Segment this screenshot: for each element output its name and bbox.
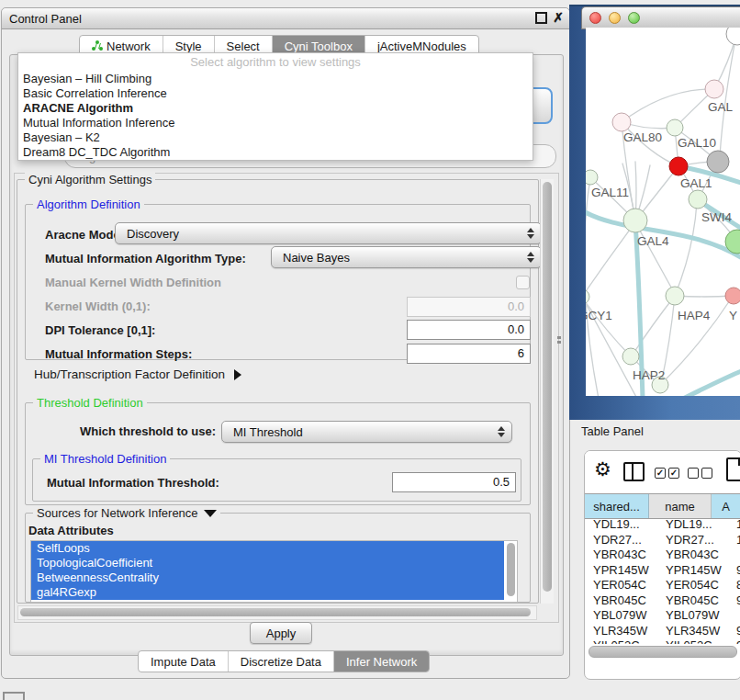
table-row[interactable]: YDL19...YDL19...13	[585, 517, 740, 533]
which-threshold-combobox[interactable]: MI Threshold	[221, 421, 512, 443]
table-row[interactable]: YPR145WYPR145W9.	[585, 563, 740, 579]
tab-impute-data[interactable]: Impute Data	[139, 651, 229, 672]
network-node[interactable]	[666, 287, 684, 305]
network-node[interactable]	[725, 288, 740, 304]
cyni-algorithm-settings-group: Cyni Algorithm Settings Algorithm Defini…	[17, 179, 539, 604]
column-header[interactable]: A	[712, 494, 740, 518]
table-cell: YBR043C	[585, 548, 657, 563]
attribute-item[interactable]: BetweennessCentrality	[31, 570, 504, 585]
table-row[interactable]: YBR045CYBR045C9.	[585, 593, 740, 609]
network-node[interactable]	[586, 170, 598, 185]
close-traffic-light-icon[interactable]	[589, 12, 601, 24]
column-header[interactable]: name	[649, 494, 712, 518]
network-node[interactable]	[726, 28, 740, 45]
attribute-item[interactable]: SelfLoops	[31, 541, 504, 556]
panel-splitter-handle[interactable]	[557, 336, 562, 347]
table-horizontal-scrollbar[interactable]	[589, 646, 737, 658]
table-cell: YIL052C	[585, 638, 657, 644]
network-window-titlebar[interactable]	[581, 6, 740, 29]
mi-algorithm-type-value: Naive Bayes	[283, 251, 350, 265]
checked-checkbox-icon[interactable]	[668, 468, 679, 479]
table-cell: YER054C	[585, 578, 657, 593]
algorithm-option[interactable]: Mutual Information Inference	[18, 116, 533, 130]
algorithm-option[interactable]: ARACNE Algorithm	[18, 101, 533, 116]
table-cell: YPR145W	[657, 563, 728, 579]
network-node[interactable]	[669, 157, 688, 175]
network-edge	[586, 299, 631, 356]
manual-kernel-checkbox[interactable]	[516, 276, 530, 289]
algorithm-options-list: Bayesian – Hill ClimbingBasic Correlatio…	[18, 72, 533, 160]
unchecked-checkbox-icon[interactable]	[701, 468, 712, 479]
tab-infer-network[interactable]: Infer Network	[334, 651, 429, 672]
split-columns-icon[interactable]	[623, 462, 645, 481]
network-node[interactable]	[707, 151, 729, 173]
panel-icon[interactable]	[726, 457, 740, 481]
dpi-tolerance-field[interactable]: 0.0	[407, 320, 531, 340]
control-panel-titlebar[interactable]: Control Panel ✗	[2, 8, 569, 29]
network-edge	[586, 222, 635, 297]
network-node[interactable]	[622, 348, 639, 365]
hub-section-toggle[interactable]: Hub/Transcription Factor Definition	[34, 367, 241, 381]
control-panel-window: Control Panel ✗ NetworkStyleSelectCyni T…	[1, 7, 570, 679]
combo-arrows-icon	[521, 247, 541, 267]
table-cell	[728, 608, 740, 624]
list-scrollbar[interactable]	[507, 543, 515, 596]
gear-icon[interactable]: ⚙	[594, 458, 611, 480]
tab-label: Select	[227, 40, 260, 53]
unchecked-checkbox-icon[interactable]	[688, 468, 699, 479]
network-edge	[683, 370, 740, 396]
table-cell: 9.	[728, 624, 740, 639]
table-row[interactable]: YBR043CYBR043C	[585, 548, 740, 563]
network-node[interactable]	[667, 119, 683, 136]
algorithm-option[interactable]: Basic Correlation Inference	[18, 86, 533, 101]
apply-button[interactable]: Apply	[250, 622, 312, 644]
aracne-mode-combobox[interactable]: Discovery	[115, 222, 542, 244]
screen: { "window": { "title": "Control Panel" }…	[0, 0, 740, 700]
minimize-traffic-light-icon[interactable]	[609, 12, 621, 24]
table-toolbar: ⚙	[585, 451, 740, 493]
network-edge	[720, 35, 736, 156]
collapsed-panel-icon[interactable]	[3, 692, 25, 700]
mi-algorithm-type-combobox[interactable]: Naive Bayes	[271, 246, 542, 268]
table-cell: YBR045C	[657, 593, 728, 609]
network-edge	[675, 202, 697, 296]
network-node[interactable]	[612, 113, 631, 131]
network-icon	[92, 40, 102, 51]
table-row[interactable]: YER054CYER054C8.	[585, 578, 740, 593]
table-row[interactable]: YIL052CYIL052C9.	[585, 638, 740, 644]
data-attributes-list[interactable]: SelfLoopsTopologicalCoefficientBetweenne…	[30, 540, 518, 603]
table-cell: YBR045C	[585, 593, 657, 609]
table-cell: 9.	[728, 593, 740, 609]
sources-title[interactable]: Sources for Network Inference	[33, 506, 220, 520]
mi-threshold-field[interactable]: 0.5	[392, 472, 516, 492]
network-node[interactable]	[689, 190, 707, 209]
settings-vertical-scrollbar[interactable]	[540, 179, 554, 604]
algorithm-placeholder: Select algorithm to view settings	[18, 53, 533, 72]
node-label: HAP4	[678, 309, 711, 322]
node-label: GAL11	[591, 186, 629, 199]
network-node[interactable]	[623, 209, 647, 232]
attribute-item[interactable]: TopologicalCoefficient	[31, 556, 504, 570]
algorithm-option[interactable]: Bayesian – Hill Climbing	[18, 72, 533, 86]
algorithm-option[interactable]: Bayesian – K2	[18, 130, 533, 145]
sources-title-text: Sources for Network Inference	[37, 506, 198, 520]
attribute-item[interactable]: gal4RGexp	[31, 585, 504, 600]
column-header[interactable]: shared...	[585, 494, 649, 518]
zoom-traffic-light-icon[interactable]	[628, 12, 640, 24]
hub-section-label: Hub/Transcription Factor Definition	[34, 367, 225, 381]
close-icon[interactable]: ✗	[553, 12, 564, 24]
table-row[interactable]: YLR345WYLR345W9.	[585, 624, 740, 639]
kernel-width-field[interactable]: 0.0	[407, 297, 531, 317]
checked-checkbox-icon[interactable]	[655, 468, 666, 479]
network-canvas[interactable]: GALGAL80GAL10GAL1GAL11SWI4GAL4GCY1HAP4YH…	[586, 28, 740, 396]
tab-discretize-data[interactable]: Discretize Data	[229, 651, 334, 672]
restore-icon[interactable]	[535, 12, 547, 24]
table-row[interactable]: YBL079WYBL079W	[585, 608, 740, 624]
settings-horizontal-scrollbar[interactable]	[17, 605, 537, 620]
algorithm-option[interactable]: Dream8 DC_TDC Algorithm	[18, 145, 533, 160]
tab-label: Style	[175, 40, 202, 53]
network-node[interactable]	[705, 80, 723, 98]
table-row[interactable]: YDR27...YDR27...12	[585, 533, 740, 548]
mi-steps-field[interactable]: 6	[407, 344, 531, 364]
network-node[interactable]	[586, 289, 589, 304]
